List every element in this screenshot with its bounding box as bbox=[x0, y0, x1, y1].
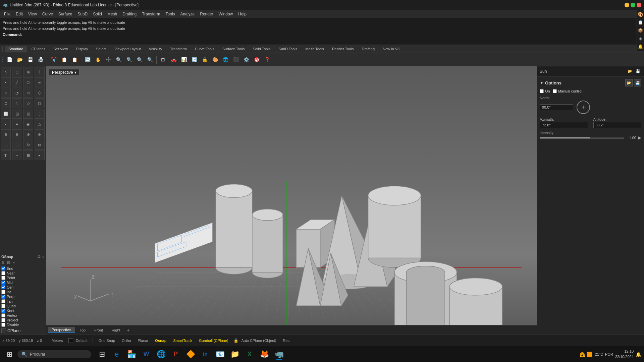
options-folder-btn[interactable]: 📂 bbox=[625, 79, 633, 86]
vp-tab-right[interactable]: Right bbox=[108, 327, 124, 333]
sb-auto-cplane[interactable]: Auto CPlane (Object) bbox=[240, 339, 277, 343]
osnap-project[interactable]: Project bbox=[1, 318, 45, 322]
osnap-cen-checkbox[interactable] bbox=[1, 285, 5, 289]
osnap-near[interactable]: Near bbox=[1, 271, 45, 276]
spline-tool[interactable]: ∿ bbox=[12, 98, 22, 108]
new-file-icon[interactable]: 📄 bbox=[4, 55, 14, 65]
close-button[interactable] bbox=[637, 3, 641, 7]
sb-gumball[interactable]: Gumball (CPlane) bbox=[198, 339, 229, 343]
taskbar-outlook[interactable]: 📧 bbox=[213, 348, 227, 361]
move-tool[interactable]: ⊞ bbox=[1, 140, 11, 150]
dim-tool[interactable]: ↔ bbox=[12, 150, 22, 160]
osnap-vertex-checkbox[interactable] bbox=[1, 313, 5, 317]
options-collapse-icon[interactable]: ▼ bbox=[540, 80, 544, 85]
free-form-tool[interactable]: ∿ bbox=[35, 77, 45, 87]
select-window-tool[interactable]: ⊡ bbox=[12, 67, 22, 77]
boolean-union[interactable]: ⊕ bbox=[1, 129, 11, 139]
taskbar-vlc[interactable]: 🔶 bbox=[184, 348, 197, 361]
osnap-filter-icon[interactable]: ⚙ bbox=[37, 254, 41, 259]
control-point-tool[interactable]: ◇ bbox=[23, 98, 33, 108]
osnap-vertex[interactable]: Vertex bbox=[1, 313, 45, 318]
surface-from-curves[interactable]: ⬜ bbox=[1, 109, 11, 119]
osnap-expand-all[interactable]: » bbox=[13, 260, 15, 265]
menu-mesh[interactable]: Mesh bbox=[105, 11, 120, 17]
surface-revolve[interactable]: ◌ bbox=[35, 109, 45, 119]
rotate-tool[interactable]: ↻ bbox=[23, 140, 33, 150]
osnap-int[interactable]: Int bbox=[1, 290, 45, 294]
vp-tab-perspective[interactable]: Perspective bbox=[48, 327, 75, 333]
osnap-quad[interactable]: Quad bbox=[1, 304, 45, 308]
tab-mesh-tools[interactable]: Mesh Tools bbox=[302, 46, 327, 52]
osnap-perp[interactable]: Perp bbox=[1, 294, 45, 299]
surface-loft[interactable]: ▤ bbox=[12, 109, 22, 119]
menu-drafting[interactable]: Drafting bbox=[120, 11, 139, 17]
sb-color-swatch[interactable] bbox=[68, 338, 73, 343]
viewport-label[interactable]: Perspective ▾ bbox=[49, 69, 79, 76]
boolean-split[interactable]: ⊘ bbox=[35, 129, 45, 139]
more-tools[interactable]: ▸ bbox=[35, 150, 45, 160]
tab-visibility[interactable]: Visibility bbox=[145, 46, 166, 52]
sys-alert-icon[interactable]: ⚠️ 1 bbox=[580, 352, 585, 357]
azimuth-input[interactable] bbox=[540, 122, 588, 128]
sun-manual-input[interactable] bbox=[553, 89, 557, 93]
sb-layer[interactable]: Default bbox=[74, 339, 89, 343]
osnap-project-checkbox[interactable] bbox=[1, 318, 5, 322]
start-button[interactable]: ⊞ bbox=[3, 348, 16, 361]
tab-transform[interactable]: Transform bbox=[166, 46, 191, 52]
north-circle[interactable]: + bbox=[577, 101, 590, 114]
taskbar-task-view[interactable]: ⊞ bbox=[95, 348, 109, 361]
ri-layer-icon[interactable]: 📋 bbox=[638, 19, 644, 25]
intensity-arrow[interactable]: ▶ bbox=[638, 135, 641, 140]
sb-planar[interactable]: Planar bbox=[137, 339, 150, 343]
rectangle-tool[interactable]: ▭ bbox=[23, 88, 33, 98]
vp-tab-top[interactable]: Top bbox=[75, 327, 90, 333]
menu-subd[interactable]: SubD bbox=[75, 11, 90, 17]
taskbar-explorer[interactable]: 📁 bbox=[228, 348, 241, 361]
vp-tab-add[interactable]: + bbox=[125, 327, 132, 333]
cut-icon[interactable]: ✂️ bbox=[49, 55, 59, 65]
osnap-end-checkbox[interactable] bbox=[1, 266, 5, 270]
zoom-window-icon[interactable]: 🔍 bbox=[124, 55, 134, 65]
polygon-tool[interactable]: ⬡ bbox=[35, 88, 45, 98]
tab-solid-tools[interactable]: Solid Tools bbox=[249, 46, 274, 52]
north-input[interactable] bbox=[540, 104, 573, 110]
analysis-icon[interactable]: 📊 bbox=[179, 55, 189, 65]
save-file-icon[interactable]: 💾 bbox=[25, 55, 35, 65]
hatch-tool[interactable]: ▦ bbox=[23, 150, 33, 160]
select-tool[interactable]: ↖ bbox=[1, 67, 11, 77]
tab-viewport-layout[interactable]: Viewport Layout bbox=[111, 46, 145, 52]
sb-rec[interactable]: Rec bbox=[281, 339, 291, 343]
menu-tools[interactable]: Tools bbox=[163, 11, 178, 17]
osnap-end[interactable]: End bbox=[1, 266, 45, 271]
menu-view[interactable]: View bbox=[25, 11, 40, 17]
sb-osnap[interactable]: Osnap bbox=[154, 339, 168, 343]
osnap-quad-checkbox[interactable] bbox=[1, 304, 5, 308]
menu-help[interactable]: Help bbox=[235, 11, 249, 17]
object-snap-icon[interactable]: 🎯 bbox=[252, 55, 262, 65]
taskbar-word[interactable]: W bbox=[140, 348, 153, 361]
taskbar-store[interactable]: 🏪 bbox=[125, 348, 138, 361]
osnap-mid-checkbox[interactable] bbox=[1, 281, 5, 285]
menu-transform[interactable]: Transform bbox=[139, 11, 163, 17]
copy-tool[interactable]: ⊟ bbox=[12, 140, 22, 150]
osnap-cen[interactable]: Cen bbox=[1, 285, 45, 290]
rendered-view-icon[interactable]: 🚗 bbox=[168, 55, 178, 65]
menu-curve[interactable]: Curve bbox=[40, 11, 56, 17]
point-tool[interactable]: • bbox=[1, 77, 11, 87]
osnap-point-checkbox[interactable] bbox=[1, 276, 5, 280]
arc-tool[interactable]: ◔ bbox=[12, 88, 22, 98]
taskbar-excel[interactable]: X bbox=[243, 348, 256, 361]
notifications-icon[interactable]: 🔔 bbox=[636, 352, 641, 357]
taskbar-firefox[interactable]: 🦊 bbox=[258, 348, 271, 361]
rotate-view-icon[interactable]: 🔄 bbox=[189, 55, 199, 65]
sb-grid-snap[interactable]: Grid Snap bbox=[97, 339, 116, 343]
curve-from-objects-tool[interactable]: ⊙ bbox=[1, 98, 11, 108]
tab-cplanes[interactable]: CPlanes bbox=[28, 46, 49, 52]
print-icon[interactable]: 🖨️ bbox=[36, 55, 46, 65]
viewport-layout-icon[interactable]: ⊞ bbox=[158, 55, 168, 65]
menu-surface[interactable]: Surface bbox=[56, 11, 75, 17]
osnap-knot-checkbox[interactable] bbox=[1, 309, 5, 313]
intensity-track[interactable] bbox=[540, 137, 624, 139]
sys-wifi-icon[interactable]: 📶 bbox=[587, 352, 592, 357]
osnap-int-checkbox[interactable] bbox=[1, 290, 5, 294]
